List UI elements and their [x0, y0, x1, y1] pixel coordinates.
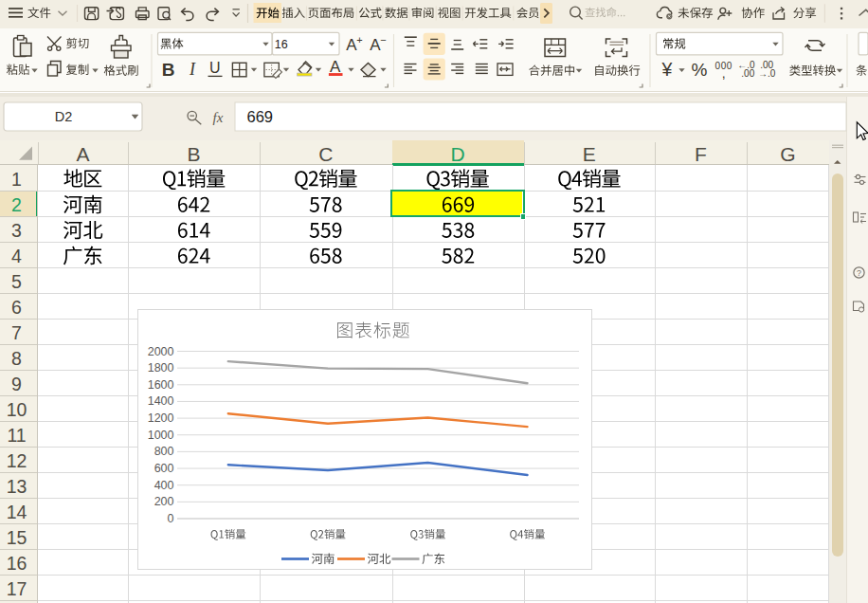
svg-text:1000: 1000 — [148, 429, 174, 442]
svg-text:2: 2 — [11, 194, 22, 215]
svg-text:E: E — [583, 143, 596, 165]
svg-text:9: 9 — [11, 374, 22, 394]
svg-text:8: 8 — [11, 348, 22, 369]
svg-text:→.0: →.0 — [758, 68, 776, 79]
svg-text:5: 5 — [11, 271, 22, 292]
svg-text:1800: 1800 — [148, 361, 174, 375]
svg-text:4: 4 — [11, 246, 22, 266]
svg-text:7: 7 — [11, 322, 22, 343]
svg-text:G: G — [780, 143, 795, 165]
svg-text:C: C — [318, 143, 333, 165]
svg-text:1200: 1200 — [148, 411, 174, 425]
svg-text:10: 10 — [7, 399, 27, 420]
svg-text:A: A — [76, 143, 89, 165]
svg-text:%: % — [692, 60, 708, 80]
svg-text:800: 800 — [154, 445, 174, 458]
svg-text:D2: D2 — [55, 109, 73, 124]
svg-text:.00: .00 — [741, 68, 754, 79]
svg-text:400: 400 — [154, 479, 174, 492]
svg-text:1400: 1400 — [148, 394, 174, 408]
svg-text:669: 669 — [247, 108, 274, 125]
svg-text:,: , — [722, 65, 726, 81]
svg-text:2000: 2000 — [148, 345, 174, 358]
svg-text:15: 15 — [7, 527, 27, 548]
svg-text:200: 200 — [154, 495, 174, 508]
svg-text:+: + — [356, 34, 362, 46]
svg-text:14: 14 — [7, 502, 27, 522]
svg-text:−: − — [380, 34, 386, 46]
svg-text:A: A — [330, 58, 341, 76]
svg-text:¥: ¥ — [661, 59, 673, 80]
svg-text:I: I — [189, 60, 196, 79]
svg-text:16: 16 — [7, 553, 27, 574]
svg-text:6: 6 — [11, 297, 22, 318]
svg-text:B: B — [187, 143, 200, 165]
svg-text:11: 11 — [7, 425, 26, 446]
svg-text:1: 1 — [11, 169, 22, 190]
svg-text:U: U — [209, 60, 221, 76]
svg-text:17: 17 — [7, 578, 27, 599]
svg-text:0: 0 — [168, 512, 174, 525]
svg-text:D: D — [450, 143, 464, 165]
svg-text:B: B — [162, 60, 175, 80]
svg-text:1600: 1600 — [148, 378, 174, 392]
svg-text:?: ? — [857, 268, 861, 278]
svg-text:12: 12 — [7, 450, 27, 471]
svg-text:F: F — [695, 143, 707, 165]
svg-text:fx: fx — [213, 110, 224, 125]
svg-text:13: 13 — [7, 476, 27, 497]
svg-text:3: 3 — [11, 220, 22, 241]
svg-text:600: 600 — [154, 462, 174, 475]
svg-text:16: 16 — [275, 38, 288, 51]
